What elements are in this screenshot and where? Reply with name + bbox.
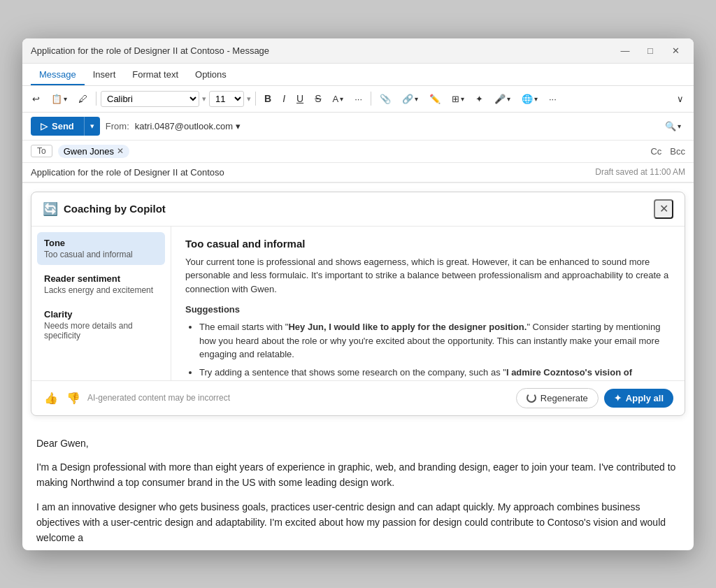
- close-button[interactable]: ✕: [666, 41, 685, 60]
- send-button-group: ▷ Send ▾: [31, 117, 100, 136]
- sidebar-item-clarity[interactable]: Clarity Needs more details and specifici…: [37, 303, 165, 346]
- italic-button[interactable]: I: [278, 90, 289, 107]
- menu-message[interactable]: Message: [31, 64, 85, 85]
- email-para-greeting: Dear Gwen,: [36, 436, 680, 451]
- send-label: Send: [52, 121, 74, 131]
- outlook-window: Application for the role of Designer II …: [22, 38, 694, 550]
- copilot2-chevron: ▾: [534, 95, 538, 103]
- copilot-button[interactable]: ✦: [471, 91, 487, 107]
- regenerate-button[interactable]: Regenerate: [516, 388, 599, 408]
- toolbar-right: ∨: [673, 91, 688, 107]
- apply-all-icon: ✦: [614, 393, 622, 403]
- recipient-name: Gwen Jones: [64, 146, 114, 157]
- bcc-button[interactable]: Bcc: [670, 146, 685, 157]
- copilot2-button[interactable]: 🌐 ▾: [517, 91, 542, 107]
- menu-format-text[interactable]: Format text: [124, 64, 187, 85]
- thumbs-down-button[interactable]: 👎: [65, 390, 82, 406]
- copilot-panel: 🔄 Coaching by Copilot ✕ Tone Too casual …: [31, 192, 685, 416]
- font-family-select[interactable]: Calibri Arial Times New Roman: [101, 91, 199, 107]
- from-email-text: katri.0487@outlook.com: [135, 121, 233, 131]
- apply-all-label: Apply all: [626, 393, 664, 403]
- font-size-select[interactable]: 11 12 14: [209, 91, 244, 107]
- more-toolbar-button[interactable]: ···: [545, 91, 561, 107]
- highlight-button[interactable]: A ▾: [328, 91, 348, 107]
- copilot-body: Tone Too casual and informal Reader sent…: [31, 227, 685, 380]
- email-body[interactable]: Dear Gwen, I'm a Design professional wit…: [22, 424, 694, 550]
- highlight-chevron: ▾: [340, 95, 343, 103]
- subject-text: Application for the role of Designer II …: [31, 167, 595, 178]
- table-button[interactable]: ⊞ ▾: [448, 91, 468, 107]
- suggestion-item-2: Try adding a sentence that shows some re…: [199, 366, 671, 380]
- copilot-header: 🔄 Coaching by Copilot ✕: [31, 192, 685, 227]
- copilot-title-text: Coaching by Copilot: [64, 203, 166, 215]
- signature-button[interactable]: ✏️: [425, 91, 445, 107]
- sidebar-item-tone[interactable]: Tone Too casual and informal: [37, 232, 165, 265]
- dictate-chevron: ▾: [507, 95, 510, 103]
- draft-saved-label: Draft saved at 11:00 AM: [595, 167, 685, 177]
- sidebar-item-clarity-sub: Needs more details and specificity: [44, 321, 158, 340]
- clipboard-dropdown[interactable]: ▾: [64, 95, 67, 103]
- copilot-footer: 👍 👎 AI-generated content may be incorrec…: [31, 380, 685, 415]
- from-row: ▷ Send ▾ From: katri.0487@outlook.com ▾ …: [22, 113, 694, 141]
- menu-bar: Message Insert Format text Options: [22, 64, 694, 86]
- window-controls: — □ ✕: [615, 41, 685, 60]
- apply-all-button[interactable]: ✦ Apply all: [604, 389, 673, 408]
- title-bar: Application for the role of Designer II …: [22, 38, 694, 64]
- menu-options[interactable]: Options: [187, 64, 235, 85]
- toolbar-divider-1: [96, 92, 96, 106]
- sidebar-item-tone-title: Tone: [44, 238, 158, 248]
- link-chevron: ▾: [415, 95, 418, 103]
- sidebar-item-reader-title: Reader sentiment: [44, 273, 158, 284]
- cc-button[interactable]: Cc: [650, 146, 661, 157]
- email-para-1: I'm a Design professional with more than…: [36, 459, 680, 491]
- dictate-icon: 🎤: [494, 94, 506, 104]
- to-row-right: Cc Bcc: [650, 146, 685, 157]
- content-heading: Too casual and informal: [185, 238, 671, 250]
- suggestions-list: The email starts with "Hey Jun, I would …: [185, 320, 671, 379]
- toolbar: ↩ 📋 ▾ 🖊 Calibri Arial Times New Roman ▾ …: [22, 86, 694, 113]
- minimize-button[interactable]: —: [615, 41, 635, 60]
- send-button[interactable]: ▷ Send: [31, 117, 84, 136]
- table-icon: ⊞: [452, 94, 459, 104]
- regenerate-icon: [527, 393, 536, 403]
- bold-button[interactable]: B: [260, 90, 275, 107]
- sidebar-item-tone-sub: Too casual and informal: [44, 250, 158, 259]
- send-dropdown-button[interactable]: ▾: [84, 117, 100, 136]
- toolbar-divider-2: [255, 92, 256, 106]
- copilot-close-button[interactable]: ✕: [654, 199, 673, 219]
- sidebar-item-reader-sentiment[interactable]: Reader sentiment Lacks energy and excite…: [37, 268, 165, 301]
- toolbar-overflow-button[interactable]: ∨: [673, 91, 688, 107]
- ai-notice: AI-generated content may be incorrect: [87, 393, 510, 403]
- more-formatting-button[interactable]: ···: [350, 91, 366, 107]
- highlight-icon: A: [332, 94, 338, 104]
- copilot-content: Too casual and informal Your current ton…: [171, 227, 685, 380]
- zoom-icon: 🔍: [665, 121, 676, 131]
- copilot2-icon: 🌐: [522, 94, 533, 104]
- subject-row: Application for the role of Designer II …: [22, 163, 694, 183]
- attach-button[interactable]: 📎: [375, 91, 395, 107]
- from-email[interactable]: katri.0487@outlook.com ▾: [135, 121, 241, 131]
- from-label: From:: [106, 121, 129, 131]
- dictate-button[interactable]: 🎤 ▾: [490, 91, 515, 107]
- clipboard-button[interactable]: 📋 ▾: [47, 91, 71, 107]
- window-title: Application for the role of Designer II …: [31, 45, 269, 56]
- strikethrough-button[interactable]: S: [310, 90, 325, 107]
- to-label: To: [31, 145, 52, 157]
- suggestions-label: Suggestions: [185, 304, 671, 315]
- feedback-buttons: 👍 👎: [43, 390, 82, 406]
- link-button[interactable]: 🔗 ▾: [398, 91, 422, 107]
- suggestion-item-1: The email starts with "Hey Jun, I would …: [199, 320, 671, 361]
- remove-recipient-button[interactable]: ✕: [117, 146, 124, 156]
- sidebar-item-clarity-title: Clarity: [44, 309, 158, 320]
- to-row: To Gwen Jones ✕ Cc Bcc: [22, 141, 694, 163]
- underline-button[interactable]: U: [292, 90, 308, 107]
- toolbar-divider-3: [371, 92, 371, 106]
- zoom-button[interactable]: 🔍 ▾: [661, 118, 685, 134]
- from-email-chevron: ▾: [236, 121, 241, 131]
- zoom-chevron: ▾: [678, 122, 681, 130]
- format-painter-button[interactable]: 🖊: [74, 91, 92, 107]
- undo-button[interactable]: ↩: [28, 91, 44, 107]
- maximize-button[interactable]: □: [640, 41, 660, 60]
- thumbs-up-button[interactable]: 👍: [43, 390, 59, 406]
- menu-insert[interactable]: Insert: [85, 64, 124, 85]
